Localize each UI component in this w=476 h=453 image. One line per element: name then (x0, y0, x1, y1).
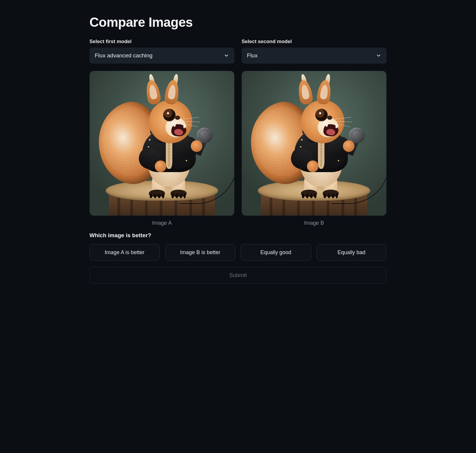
second-model-label: Select second model (242, 39, 387, 45)
option-equally-bad-button[interactable]: Equally bad (316, 244, 387, 261)
images-row: Image A (89, 71, 387, 226)
image-a[interactable] (89, 71, 234, 216)
image-b[interactable] (242, 71, 387, 216)
model-selectors-row: Select first model Flux advanced caching… (89, 39, 387, 64)
squirrel-illustration (242, 71, 386, 216)
vote-options-row: Image A is better Image B is better Equa… (89, 244, 387, 261)
second-model-column: Select second model Flux (242, 39, 387, 64)
first-model-column: Select first model Flux advanced caching (89, 39, 234, 64)
first-model-label: Select first model (89, 39, 234, 45)
squirrel-illustration (90, 71, 234, 216)
submit-button[interactable]: Submit (89, 267, 387, 284)
first-model-select[interactable]: Flux advanced caching (89, 48, 234, 64)
comparison-question: Which image is better? (89, 232, 387, 239)
image-a-caption: Image A (152, 220, 172, 226)
chevron-down-icon (224, 53, 229, 58)
second-model-value: Flux (247, 52, 376, 59)
image-b-caption: Image B (304, 220, 324, 226)
option-b-better-button[interactable]: Image B is better (165, 244, 236, 261)
image-a-column: Image A (89, 71, 234, 226)
option-equally-good-button[interactable]: Equally good (241, 244, 311, 261)
chevron-down-icon (376, 53, 381, 58)
image-b-column: Image B (242, 71, 387, 226)
page-title: Compare Images (89, 15, 387, 30)
second-model-select[interactable]: Flux (242, 48, 387, 64)
first-model-value: Flux advanced caching (95, 52, 224, 59)
option-a-better-button[interactable]: Image A is better (89, 244, 160, 261)
compare-images-page: Compare Images Select first model Flux a… (89, 15, 387, 284)
